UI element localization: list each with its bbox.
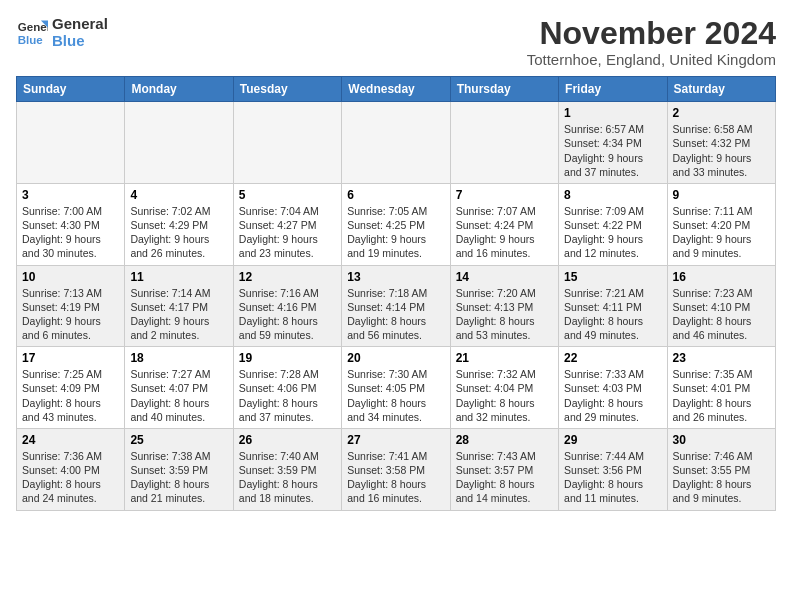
calendar-cell: 18Sunrise: 7:27 AM Sunset: 4:07 PM Dayli… xyxy=(125,347,233,429)
calendar-cell: 4Sunrise: 7:02 AM Sunset: 4:29 PM Daylig… xyxy=(125,183,233,265)
calendar-cell: 15Sunrise: 7:21 AM Sunset: 4:11 PM Dayli… xyxy=(559,265,667,347)
calendar-cell xyxy=(233,102,341,184)
logo-line1: General xyxy=(52,16,108,33)
day-number: 9 xyxy=(673,188,770,202)
day-info: Sunrise: 7:41 AM Sunset: 3:58 PM Dayligh… xyxy=(347,449,444,506)
day-info: Sunrise: 7:32 AM Sunset: 4:04 PM Dayligh… xyxy=(456,367,553,424)
day-number: 6 xyxy=(347,188,444,202)
calendar-header-row: SundayMondayTuesdayWednesdayThursdayFrid… xyxy=(17,77,776,102)
day-info: Sunrise: 7:02 AM Sunset: 4:29 PM Dayligh… xyxy=(130,204,227,261)
month-title: November 2024 xyxy=(527,16,776,51)
calendar-table: SundayMondayTuesdayWednesdayThursdayFrid… xyxy=(16,76,776,510)
day-number: 3 xyxy=(22,188,119,202)
header-thursday: Thursday xyxy=(450,77,558,102)
day-number: 8 xyxy=(564,188,661,202)
calendar-cell: 14Sunrise: 7:20 AM Sunset: 4:13 PM Dayli… xyxy=(450,265,558,347)
svg-text:Blue: Blue xyxy=(18,33,44,45)
day-number: 25 xyxy=(130,433,227,447)
day-number: 17 xyxy=(22,351,119,365)
calendar-cell: 19Sunrise: 7:28 AM Sunset: 4:06 PM Dayli… xyxy=(233,347,341,429)
day-info: Sunrise: 7:11 AM Sunset: 4:20 PM Dayligh… xyxy=(673,204,770,261)
calendar-cell: 30Sunrise: 7:46 AM Sunset: 3:55 PM Dayli… xyxy=(667,428,775,510)
day-info: Sunrise: 6:58 AM Sunset: 4:32 PM Dayligh… xyxy=(673,122,770,179)
day-info: Sunrise: 7:30 AM Sunset: 4:05 PM Dayligh… xyxy=(347,367,444,424)
day-info: Sunrise: 7:46 AM Sunset: 3:55 PM Dayligh… xyxy=(673,449,770,506)
day-number: 13 xyxy=(347,270,444,284)
day-info: Sunrise: 7:28 AM Sunset: 4:06 PM Dayligh… xyxy=(239,367,336,424)
calendar-cell: 9Sunrise: 7:11 AM Sunset: 4:20 PM Daylig… xyxy=(667,183,775,265)
day-number: 5 xyxy=(239,188,336,202)
calendar-cell: 27Sunrise: 7:41 AM Sunset: 3:58 PM Dayli… xyxy=(342,428,450,510)
calendar-cell: 23Sunrise: 7:35 AM Sunset: 4:01 PM Dayli… xyxy=(667,347,775,429)
week-row-1: 3Sunrise: 7:00 AM Sunset: 4:30 PM Daylig… xyxy=(17,183,776,265)
location: Totternhoe, England, United Kingdom xyxy=(527,51,776,68)
calendar-cell: 10Sunrise: 7:13 AM Sunset: 4:19 PM Dayli… xyxy=(17,265,125,347)
day-info: Sunrise: 7:13 AM Sunset: 4:19 PM Dayligh… xyxy=(22,286,119,343)
calendar-cell: 24Sunrise: 7:36 AM Sunset: 4:00 PM Dayli… xyxy=(17,428,125,510)
day-number: 21 xyxy=(456,351,553,365)
calendar-cell: 6Sunrise: 7:05 AM Sunset: 4:25 PM Daylig… xyxy=(342,183,450,265)
day-info: Sunrise: 7:00 AM Sunset: 4:30 PM Dayligh… xyxy=(22,204,119,261)
calendar-cell: 25Sunrise: 7:38 AM Sunset: 3:59 PM Dayli… xyxy=(125,428,233,510)
day-number: 10 xyxy=(22,270,119,284)
calendar-cell xyxy=(450,102,558,184)
calendar-cell xyxy=(342,102,450,184)
day-info: Sunrise: 7:36 AM Sunset: 4:00 PM Dayligh… xyxy=(22,449,119,506)
day-info: Sunrise: 7:07 AM Sunset: 4:24 PM Dayligh… xyxy=(456,204,553,261)
day-info: Sunrise: 6:57 AM Sunset: 4:34 PM Dayligh… xyxy=(564,122,661,179)
calendar-cell xyxy=(125,102,233,184)
day-number: 2 xyxy=(673,106,770,120)
calendar-cell: 28Sunrise: 7:43 AM Sunset: 3:57 PM Dayli… xyxy=(450,428,558,510)
calendar-cell: 3Sunrise: 7:00 AM Sunset: 4:30 PM Daylig… xyxy=(17,183,125,265)
calendar-cell: 7Sunrise: 7:07 AM Sunset: 4:24 PM Daylig… xyxy=(450,183,558,265)
day-number: 11 xyxy=(130,270,227,284)
day-number: 7 xyxy=(456,188,553,202)
calendar-cell: 26Sunrise: 7:40 AM Sunset: 3:59 PM Dayli… xyxy=(233,428,341,510)
day-number: 19 xyxy=(239,351,336,365)
calendar-cell xyxy=(17,102,125,184)
day-info: Sunrise: 7:35 AM Sunset: 4:01 PM Dayligh… xyxy=(673,367,770,424)
day-number: 16 xyxy=(673,270,770,284)
calendar-cell: 21Sunrise: 7:32 AM Sunset: 4:04 PM Dayli… xyxy=(450,347,558,429)
calendar-cell: 8Sunrise: 7:09 AM Sunset: 4:22 PM Daylig… xyxy=(559,183,667,265)
day-info: Sunrise: 7:40 AM Sunset: 3:59 PM Dayligh… xyxy=(239,449,336,506)
day-number: 27 xyxy=(347,433,444,447)
calendar-cell: 16Sunrise: 7:23 AM Sunset: 4:10 PM Dayli… xyxy=(667,265,775,347)
title-block: November 2024 Totternhoe, England, Unite… xyxy=(527,16,776,68)
day-info: Sunrise: 7:38 AM Sunset: 3:59 PM Dayligh… xyxy=(130,449,227,506)
header-tuesday: Tuesday xyxy=(233,77,341,102)
day-number: 24 xyxy=(22,433,119,447)
day-info: Sunrise: 7:14 AM Sunset: 4:17 PM Dayligh… xyxy=(130,286,227,343)
calendar-cell: 5Sunrise: 7:04 AM Sunset: 4:27 PM Daylig… xyxy=(233,183,341,265)
logo-line2: Blue xyxy=(52,33,108,50)
day-number: 4 xyxy=(130,188,227,202)
day-number: 26 xyxy=(239,433,336,447)
day-info: Sunrise: 7:18 AM Sunset: 4:14 PM Dayligh… xyxy=(347,286,444,343)
day-number: 30 xyxy=(673,433,770,447)
logo: General Blue General Blue xyxy=(16,16,108,49)
day-info: Sunrise: 7:44 AM Sunset: 3:56 PM Dayligh… xyxy=(564,449,661,506)
day-info: Sunrise: 7:16 AM Sunset: 4:16 PM Dayligh… xyxy=(239,286,336,343)
day-info: Sunrise: 7:09 AM Sunset: 4:22 PM Dayligh… xyxy=(564,204,661,261)
day-number: 23 xyxy=(673,351,770,365)
calendar-cell: 20Sunrise: 7:30 AM Sunset: 4:05 PM Dayli… xyxy=(342,347,450,429)
header-sunday: Sunday xyxy=(17,77,125,102)
day-info: Sunrise: 7:43 AM Sunset: 3:57 PM Dayligh… xyxy=(456,449,553,506)
header-monday: Monday xyxy=(125,77,233,102)
week-row-4: 24Sunrise: 7:36 AM Sunset: 4:00 PM Dayli… xyxy=(17,428,776,510)
logo-icon: General Blue xyxy=(16,17,48,49)
week-row-3: 17Sunrise: 7:25 AM Sunset: 4:09 PM Dayli… xyxy=(17,347,776,429)
day-info: Sunrise: 7:33 AM Sunset: 4:03 PM Dayligh… xyxy=(564,367,661,424)
day-number: 29 xyxy=(564,433,661,447)
week-row-0: 1Sunrise: 6:57 AM Sunset: 4:34 PM Daylig… xyxy=(17,102,776,184)
header-friday: Friday xyxy=(559,77,667,102)
header-wednesday: Wednesday xyxy=(342,77,450,102)
calendar-cell: 1Sunrise: 6:57 AM Sunset: 4:34 PM Daylig… xyxy=(559,102,667,184)
calendar-cell: 29Sunrise: 7:44 AM Sunset: 3:56 PM Dayli… xyxy=(559,428,667,510)
day-info: Sunrise: 7:23 AM Sunset: 4:10 PM Dayligh… xyxy=(673,286,770,343)
day-info: Sunrise: 7:05 AM Sunset: 4:25 PM Dayligh… xyxy=(347,204,444,261)
calendar-cell: 13Sunrise: 7:18 AM Sunset: 4:14 PM Dayli… xyxy=(342,265,450,347)
day-info: Sunrise: 7:27 AM Sunset: 4:07 PM Dayligh… xyxy=(130,367,227,424)
day-number: 20 xyxy=(347,351,444,365)
day-number: 15 xyxy=(564,270,661,284)
